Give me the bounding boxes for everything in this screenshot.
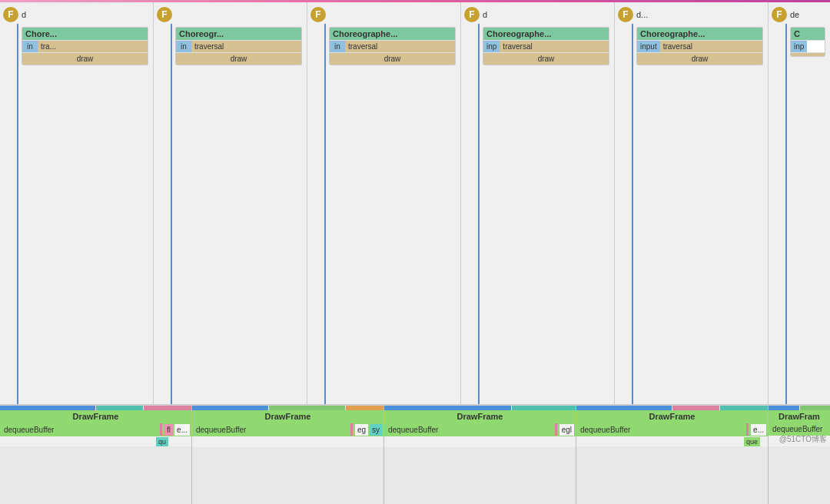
card-rows-4: inp traversal draw	[483, 40, 609, 65]
drawframe-4: DrawFrame	[576, 410, 768, 423]
row-label-1a: in	[22, 41, 38, 52]
dequeuebuffer-4: dequeueBuffer	[578, 424, 744, 436]
card-title-4: Choreographe...	[483, 28, 609, 40]
dequeuebuffer-5: dequeueBuffer	[770, 423, 825, 435]
col-header-5: F d...	[615, 5, 768, 24]
f-badge-1: F	[3, 7, 18, 22]
row-single-5b: draw	[637, 53, 762, 65]
card-title-2: Choreogr...	[176, 28, 301, 40]
col-label-1: d	[22, 10, 26, 19]
row-value-3a: traversal	[345, 41, 455, 52]
row-label-2a: in	[176, 41, 191, 52]
row-single-2b: draw	[176, 53, 301, 65]
card-row-5b: draw	[637, 52, 762, 65]
col-label-5: d...	[636, 10, 648, 19]
col-line-4	[478, 24, 480, 404]
card-title-3: Choreographe...	[330, 28, 455, 40]
row-value-4a: traversal	[500, 41, 609, 52]
col-line-2	[171, 24, 172, 404]
column-1: F d Chore... in tra... draw	[0, 2, 154, 404]
bottom-col-2: DrawFrame dequeueBuffer eg sy	[192, 406, 384, 504]
col-header-6: F de	[769, 5, 830, 24]
card-rows-5: input traversal draw	[637, 40, 762, 65]
vbar-pink-2	[350, 423, 353, 436]
f-badge-2: F	[157, 7, 172, 22]
column-2: F Choreogr... in traversal draw	[154, 2, 307, 404]
row-value-5a: traversal	[660, 41, 762, 52]
columns-area: F d Chore... in tra... draw	[0, 2, 830, 404]
bottom-col-4: DrawFrame dequeueBuffer e... que	[576, 406, 769, 504]
card-block-3: Choreographe... in traversal draw	[329, 27, 456, 65]
col-header-3: F	[307, 5, 460, 24]
vbar-pink-3	[555, 423, 557, 436]
row-value-2a: traversal	[191, 41, 301, 52]
card-row-1a: in tra...	[22, 40, 148, 52]
drawframe-1: DrawFrame	[0, 410, 191, 423]
row-single-4b: draw	[483, 53, 609, 65]
col-header-2: F	[154, 5, 307, 24]
row-single-1b: draw	[22, 53, 148, 65]
drawframe-2: DrawFrame	[192, 410, 383, 423]
card-block-1: Chore... in tra... draw	[22, 27, 148, 65]
extra-cell-1a: fl	[164, 424, 173, 436]
card-row-6a: inp	[791, 40, 825, 52]
col-header-4: F d	[461, 5, 614, 24]
bottom-col-3: DrawFrame dequeueBuffer egl	[384, 406, 576, 504]
bottom-section: DrawFrame dequeueBuffer fl e... qu DrawF…	[0, 404, 830, 504]
card-title-5: Choreographe...	[637, 28, 762, 40]
bottom-col-1: DrawFrame dequeueBuffer fl e... qu	[0, 406, 192, 504]
card-rows-1: in tra... draw	[22, 40, 148, 65]
card-row-3a: in traversal	[330, 40, 455, 52]
card-row-3b: draw	[330, 52, 455, 65]
row-label-6a: inp	[791, 41, 807, 52]
row-single-6b	[791, 53, 825, 56]
card-rows-2: in traversal draw	[176, 40, 301, 65]
extra-cell-2a: eg	[355, 424, 368, 436]
vbar-pink-4	[746, 423, 749, 436]
col-line-6	[785, 24, 787, 404]
bottom-col-5: DrawFram dequeueBuffer @51CTO博客	[769, 406, 830, 504]
drawframe-3: DrawFrame	[384, 410, 576, 423]
card-block-6: C inp	[790, 27, 825, 57]
row-value-1a: tra...	[38, 41, 148, 52]
dequeuebuffer-2: dequeueBuffer	[194, 424, 348, 436]
col-line-5	[632, 24, 633, 404]
extra-cell-1b: e...	[174, 424, 190, 436]
col-header-1: F d	[0, 5, 153, 24]
column-4: F d Choreographe... inp traversal draw	[461, 2, 615, 404]
extra-cell-2b: sy	[370, 424, 382, 436]
card-rows-6: inp	[791, 40, 825, 56]
card-block-5: Choreographe... input traversal draw	[636, 27, 763, 65]
f-badge-5: F	[618, 7, 633, 22]
row-label-3a: in	[330, 41, 345, 52]
dequeuebuffer-3: dequeueBuffer	[386, 424, 553, 436]
card-row-5a: input traversal	[637, 40, 762, 52]
row-single-3b: draw	[330, 53, 455, 65]
extra-cell-3a: egl	[559, 424, 574, 436]
row-label-5a: input	[637, 41, 660, 52]
col-label-6: de	[790, 10, 799, 19]
card-rows-3: in traversal draw	[330, 40, 455, 65]
sub-4: que	[744, 437, 760, 446]
vbar-pink-1	[160, 423, 162, 436]
dequeuebuffer-1: dequeueBuffer	[2, 424, 158, 436]
card-row-1b: draw	[22, 52, 148, 65]
col-line-3	[324, 24, 326, 404]
f-badge-6: F	[772, 7, 787, 22]
card-block-4: Choreographe... inp traversal draw	[483, 27, 609, 65]
column-6: F de C inp	[769, 2, 830, 404]
card-title-6: C	[791, 28, 825, 40]
row-label-4a: inp	[483, 41, 500, 52]
watermark: @51CTO博客	[779, 434, 827, 445]
column-3: F Choreographe... in traversal draw	[307, 2, 461, 404]
col-line-1	[17, 24, 18, 404]
card-row-4a: inp traversal	[483, 40, 609, 52]
card-row-2a: in traversal	[176, 40, 301, 52]
card-row-6b	[791, 52, 825, 56]
card-row-4b: draw	[483, 52, 609, 65]
main-container: F d Chore... in tra... draw	[0, 0, 830, 504]
drawframe-5: DrawFram	[769, 410, 830, 423]
extra-cell-4a: e...	[751, 424, 766, 436]
column-5: F d... Choreographe... input traversal d…	[615, 2, 769, 404]
card-row-2b: draw	[176, 52, 301, 65]
